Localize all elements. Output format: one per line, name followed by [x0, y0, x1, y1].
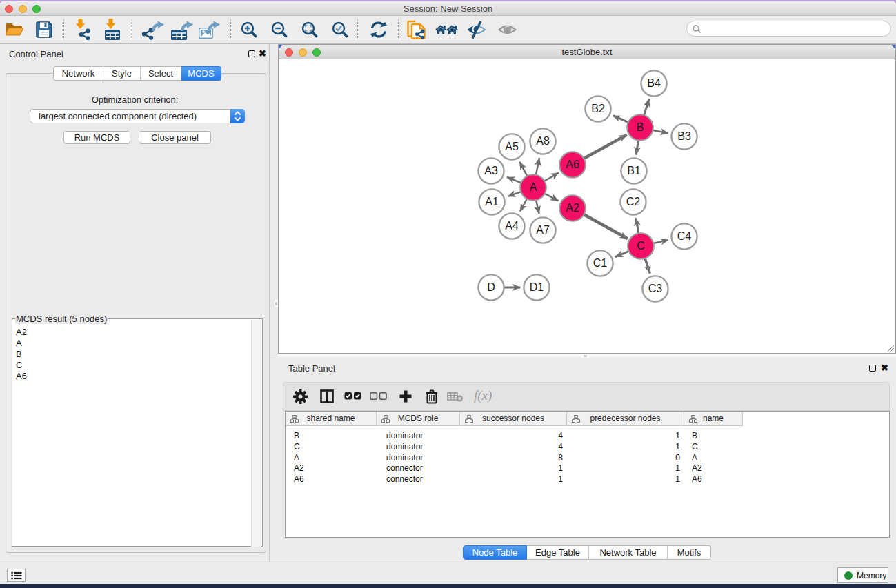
svg-text:C: C [637, 240, 645, 252]
svg-text:A1: A1 [485, 196, 499, 207]
svg-text:C3: C3 [648, 283, 663, 294]
svg-text:D1: D1 [530, 281, 544, 293]
svg-text:C2: C2 [626, 196, 641, 207]
svg-text:A7: A7 [536, 224, 550, 236]
svg-text:A5: A5 [505, 141, 519, 152]
svg-text:A2: A2 [566, 202, 579, 214]
svg-text:A3: A3 [484, 165, 498, 176]
svg-text:A8: A8 [536, 135, 550, 147]
svg-text:A6: A6 [566, 159, 579, 170]
svg-text:B: B [637, 121, 644, 133]
svg-text:B1: B1 [627, 165, 641, 176]
svg-text:D: D [487, 281, 495, 293]
svg-text:B3: B3 [677, 130, 691, 142]
svg-text:B4: B4 [647, 77, 661, 89]
svg-text:C1: C1 [593, 257, 608, 269]
svg-text:A4: A4 [505, 220, 519, 232]
svg-text:C4: C4 [677, 230, 692, 242]
svg-text:B2: B2 [591, 103, 605, 114]
svg-text:A: A [530, 181, 537, 193]
